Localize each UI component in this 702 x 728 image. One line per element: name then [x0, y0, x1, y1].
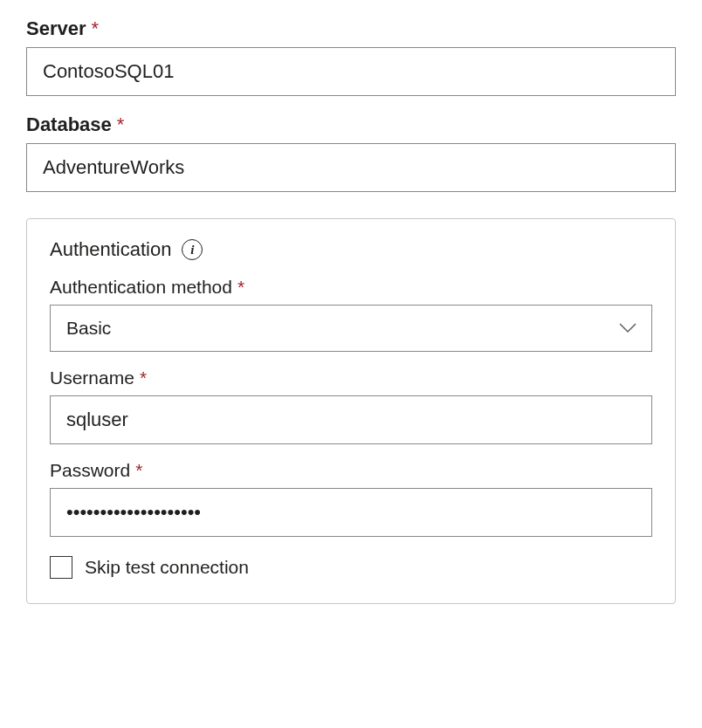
password-label-text: Password — [50, 460, 130, 481]
auth-method-group: Authentication method * — [50, 277, 652, 352]
auth-method-label-text: Authentication method — [50, 277, 232, 298]
password-label: Password * — [50, 460, 652, 481]
authentication-title: Authentication i — [50, 238, 652, 261]
server-label-text: Server — [26, 17, 86, 40]
server-label: Server * — [26, 17, 676, 40]
auth-method-select[interactable] — [50, 305, 652, 352]
username-label-text: Username — [50, 367, 134, 388]
auth-method-select-wrap — [50, 305, 652, 352]
required-indicator: * — [140, 367, 147, 388]
authentication-panel: Authentication i Authentication method * — [26, 218, 676, 604]
required-indicator: * — [92, 17, 100, 40]
server-input[interactable] — [26, 47, 676, 96]
database-input[interactable] — [26, 143, 676, 192]
skip-test-checkbox[interactable] — [50, 556, 72, 579]
required-indicator: * — [237, 277, 244, 298]
skip-test-label: Skip test connection — [85, 557, 249, 578]
username-input[interactable] — [50, 395, 652, 444]
connection-form: Server * Database * Authentication i Aut… — [0, 0, 702, 630]
required-indicator: * — [135, 460, 142, 481]
info-icon[interactable]: i — [182, 239, 203, 260]
server-group: Server * — [26, 17, 676, 96]
database-group: Database * — [26, 113, 676, 192]
database-label-text: Database — [26, 113, 112, 136]
password-group: Password * — [50, 460, 652, 537]
database-label: Database * — [26, 113, 676, 136]
auth-method-label: Authentication method * — [50, 277, 652, 298]
skip-test-row: Skip test connection — [50, 556, 652, 579]
password-input[interactable] — [50, 488, 652, 537]
username-group: Username * — [50, 367, 652, 444]
required-indicator: * — [117, 113, 125, 136]
authentication-title-text: Authentication — [50, 238, 171, 261]
username-label: Username * — [50, 367, 652, 388]
